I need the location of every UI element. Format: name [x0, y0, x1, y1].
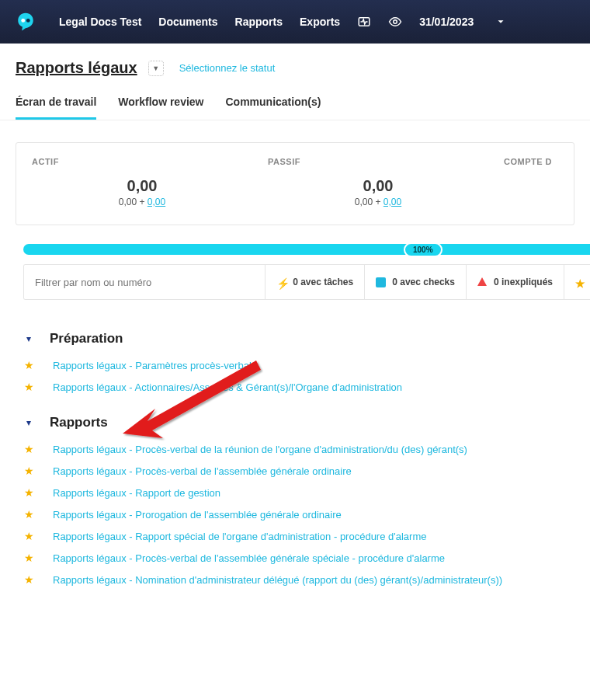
report-link[interactable]: Rapports légaux - Paramètres procès-verb… — [53, 360, 252, 371]
summary-passif-label: PASSIF — [260, 157, 496, 166]
filter-input[interactable] — [24, 265, 265, 299]
chevron-down-icon[interactable]: ▾ — [23, 333, 34, 344]
star-icon[interactable]: ★ — [23, 573, 34, 586]
report-link[interactable]: Rapports légaux - Nomination d'administr… — [53, 574, 502, 586]
chip-unexplained[interactable]: 0 inexpliqués — [466, 265, 564, 299]
report-link[interactable]: Rapports légaux - Rapport spécial de l'o… — [53, 531, 426, 542]
check-square-icon — [376, 277, 386, 287]
star-icon: ★ — [575, 277, 585, 287]
list-item: ★ Rapports légaux - Rapport spécial de l… — [23, 525, 590, 547]
nav-brand[interactable]: Legal Docs Test — [59, 16, 141, 28]
nav-documents[interactable]: Documents — [158, 16, 217, 28]
nav-rapports[interactable]: Rapports — [235, 16, 283, 28]
brand-logo-icon — [16, 12, 36, 32]
svg-point-3 — [394, 20, 397, 24]
star-icon[interactable]: ★ — [23, 486, 34, 499]
section-preparation-header: ▾ Préparation — [23, 331, 590, 347]
pulse-icon[interactable] — [357, 15, 371, 29]
section-preparation-title: Préparation — [50, 331, 123, 347]
star-icon[interactable]: ★ — [23, 465, 34, 477]
list-item: ★ Rapports légaux - Prorogation de l'ass… — [23, 503, 590, 525]
star-icon[interactable]: ★ — [23, 381, 34, 393]
star-icon[interactable]: ★ — [23, 508, 34, 521]
bolt-icon: ⚡ — [276, 277, 286, 287]
progress-pct: 100% — [404, 242, 442, 257]
star-icon[interactable]: ★ — [23, 552, 34, 564]
list-item: ★ Rapports légaux - Procès-verbal de l'a… — [23, 547, 590, 569]
list-item: ★ Rapports légaux - Procès-verbal de l'a… — [23, 460, 590, 482]
report-link[interactable]: Rapports légaux - Rapport de gestion — [53, 487, 220, 499]
svg-point-0 — [21, 19, 25, 23]
tabs: Écran de travail Workflow review Communi… — [0, 85, 590, 120]
summary-card: ACTIF 0,00 0,00 + 0,00 PASSIF 0,00 0,00 … — [16, 142, 574, 225]
list-item: ★ Rapports légaux - Actionnaires/Associé… — [23, 376, 590, 398]
nav-date[interactable]: 31/01/2023 — [419, 16, 474, 28]
report-link[interactable]: Rapports légaux - Procès-verbal de la ré… — [53, 444, 467, 455]
section-rapports-title: Rapports — [50, 415, 108, 430]
warning-triangle-icon — [477, 277, 488, 287]
summary-actif-sub: 0,00 + 0,00 — [24, 197, 260, 207]
section-rapports-header: ▾ Rapports — [23, 415, 590, 430]
summary-compte-label: COMPTE D — [496, 157, 566, 166]
chip-star[interactable]: ★ — [564, 265, 590, 299]
star-icon[interactable]: ★ — [23, 530, 34, 542]
summary-actif-value: 0,00 — [24, 177, 260, 195]
tab-workscreen[interactable]: Écran de travail — [16, 96, 96, 120]
summary-passif-link[interactable]: 0,00 — [384, 197, 401, 207]
summary-passif-sub: 0,00 + 0,00 — [260, 197, 496, 207]
title-dropdown-button[interactable]: ▼ — [148, 61, 164, 76]
report-link[interactable]: Rapports légaux - Procès-verbal de l'ass… — [53, 552, 445, 564]
report-link[interactable]: Rapports légaux - Prorogation de l'assem… — [53, 509, 342, 521]
chevron-down-icon[interactable]: ▾ — [23, 417, 34, 428]
report-link[interactable]: Rapports légaux - Procès-verbal de l'ass… — [53, 465, 352, 477]
star-icon[interactable]: ★ — [23, 359, 34, 371]
top-nav: Legal Docs Test Documents Rapports Expor… — [0, 0, 590, 44]
star-icon[interactable]: ★ — [23, 443, 34, 455]
report-link[interactable]: Rapports légaux - Actionnaires/Associés … — [53, 381, 402, 393]
page-header: Rapports légaux ▼ Sélectionnez le statut — [0, 44, 590, 85]
tab-comms[interactable]: Communication(s) — [226, 96, 321, 120]
nav-exports[interactable]: Exports — [300, 16, 340, 28]
eye-icon[interactable] — [388, 15, 402, 29]
filter-row: ⚡ 0 avec tâches 0 avec checks 0 inexpliq… — [23, 264, 590, 300]
tab-workflow[interactable]: Workflow review — [118, 96, 203, 120]
page-title[interactable]: Rapports légaux — [16, 59, 137, 77]
svg-point-1 — [26, 19, 30, 23]
progress-bar: 100% — [23, 244, 590, 255]
summary-actif-link[interactable]: 0,00 — [148, 197, 165, 207]
list-item: ★ Rapports légaux - Paramètres procès-ve… — [23, 354, 590, 376]
list-item: ★ Rapports légaux - Nomination d'adminis… — [23, 569, 590, 590]
summary-passif-value: 0,00 — [260, 177, 496, 195]
chip-tasks[interactable]: ⚡ 0 avec tâches — [265, 265, 364, 299]
list-item: ★ Rapports légaux - Rapport de gestion — [23, 482, 590, 503]
summary-actif-label: ACTIF — [24, 157, 260, 166]
chip-checks[interactable]: 0 avec checks — [364, 265, 466, 299]
sections: ▾ Préparation ★ Rapports légaux - Paramè… — [23, 331, 590, 590]
list-item: ★ Rapports légaux - Procès-verbal de la … — [23, 438, 590, 460]
chevron-down-icon[interactable] — [494, 15, 508, 29]
status-select-link[interactable]: Sélectionnez le statut — [179, 62, 276, 74]
